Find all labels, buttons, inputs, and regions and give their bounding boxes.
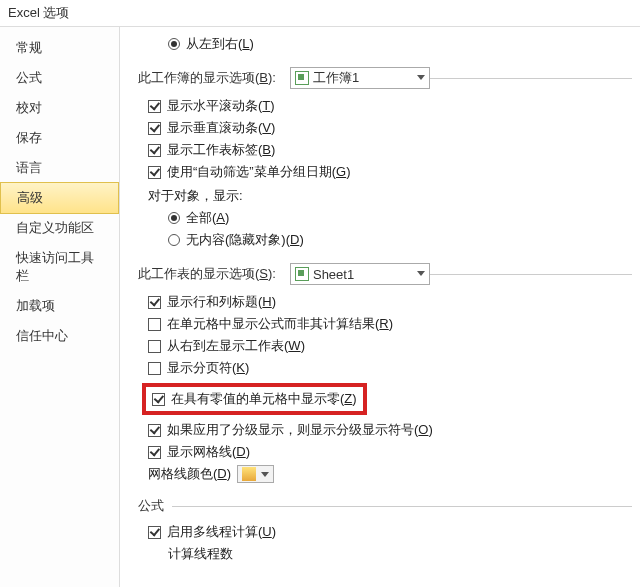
label-sheet-tabs: 显示工作表标签(B)	[167, 141, 275, 159]
radio-ltr[interactable]	[168, 38, 180, 50]
checkbox-show-formulas[interactable]	[148, 318, 161, 331]
chevron-down-icon	[417, 271, 425, 276]
workbook-dropdown-value: 工作簿1	[313, 69, 359, 87]
checkbox-gridlines[interactable]	[148, 446, 161, 459]
sidebar-item-formulas[interactable]: 公式	[0, 63, 119, 93]
sidebar-item-save[interactable]: 保存	[0, 123, 119, 153]
label-autofilter-dates: 使用“自动筛选”菜单分组日期(G)	[167, 163, 350, 181]
radio-objects-all[interactable]	[168, 212, 180, 224]
sheet-dropdown-value: Sheet1	[313, 267, 354, 282]
radio-ltr-label: 从左到右(L)	[186, 35, 254, 53]
checkbox-show-zeros[interactable]	[152, 393, 165, 406]
label-page-breaks: 显示分页符(K)	[167, 359, 249, 377]
checkbox-page-breaks[interactable]	[148, 362, 161, 375]
highlight-show-zeros: 在具有零值的单元格中显示零(Z)	[142, 383, 367, 415]
sidebar-item-addins[interactable]: 加载项	[0, 291, 119, 321]
radio-objects-none[interactable]	[168, 234, 180, 246]
checkbox-multithread-calc[interactable]	[148, 526, 161, 539]
sidebar-item-customize-ribbon[interactable]: 自定义功能区	[0, 213, 119, 243]
workbook-dropdown[interactable]: 工作簿1	[290, 67, 430, 89]
label-rtl-sheet: 从右到左显示工作表(W)	[167, 337, 305, 355]
section-sheet-display: 此工作表的显示选项(S): Sheet1	[138, 263, 632, 285]
label-show-formulas: 在单元格中显示公式而非其计算结果(R)	[167, 315, 393, 333]
main-panel: 从左到右(L) 此工作簿的显示选项(B): 工作簿1 显示水平滚动条(T) 显示…	[120, 27, 640, 587]
label-outline-symbols: 如果应用了分级显示，则显示分级显示符号(O)	[167, 421, 433, 439]
label-multithread-calc: 启用多线程计算(U)	[167, 523, 276, 541]
checkbox-sheet-tabs[interactable]	[148, 144, 161, 157]
checkbox-autofilter-dates[interactable]	[148, 166, 161, 179]
label-gridline-color: 网格线颜色(D)	[148, 465, 231, 483]
window-title: Excel 选项	[0, 0, 640, 26]
paint-bucket-icon	[242, 467, 256, 481]
chevron-down-icon	[261, 472, 269, 477]
sidebar-item-qat[interactable]: 快速访问工具栏	[0, 243, 119, 291]
sidebar: 常规 公式 校对 保存 语言 高级 自定义功能区 快速访问工具栏 加载项 信任中…	[0, 27, 120, 587]
checkbox-rtl-sheet[interactable]	[148, 340, 161, 353]
label-vscroll: 显示垂直滚动条(V)	[167, 119, 275, 137]
gridline-color-picker[interactable]	[237, 465, 274, 483]
checkbox-hscroll[interactable]	[148, 100, 161, 113]
label-show-zeros: 在具有零值的单元格中显示零(Z)	[171, 390, 357, 408]
label-objects-none: 无内容(隐藏对象)(D)	[186, 231, 304, 249]
label-objects-all: 全部(A)	[186, 209, 229, 227]
sidebar-item-trust-center[interactable]: 信任中心	[0, 321, 119, 351]
checkbox-row-col-headers[interactable]	[148, 296, 161, 309]
label-hscroll: 显示水平滚动条(T)	[167, 97, 275, 115]
label-gridlines: 显示网格线(D)	[167, 443, 250, 461]
sidebar-item-language[interactable]: 语言	[0, 153, 119, 183]
section-workbook-display: 此工作簿的显示选项(B): 工作簿1	[138, 67, 632, 89]
label-thread-count: 计算线程数	[168, 545, 233, 563]
sheet-dropdown[interactable]: Sheet1	[290, 263, 430, 285]
sidebar-item-proofing[interactable]: 校对	[0, 93, 119, 123]
checkbox-outline-symbols[interactable]	[148, 424, 161, 437]
sidebar-item-general[interactable]: 常规	[0, 33, 119, 63]
excel-file-icon	[295, 71, 309, 85]
label-row-col-headers: 显示行和列标题(H)	[167, 293, 276, 311]
label-objects-show: 对于对象，显示:	[148, 187, 632, 205]
sidebar-item-advanced[interactable]: 高级	[0, 182, 119, 214]
checkbox-vscroll[interactable]	[148, 122, 161, 135]
section-formulas: 公式	[138, 497, 632, 515]
chevron-down-icon	[417, 75, 425, 80]
excel-sheet-icon	[295, 267, 309, 281]
